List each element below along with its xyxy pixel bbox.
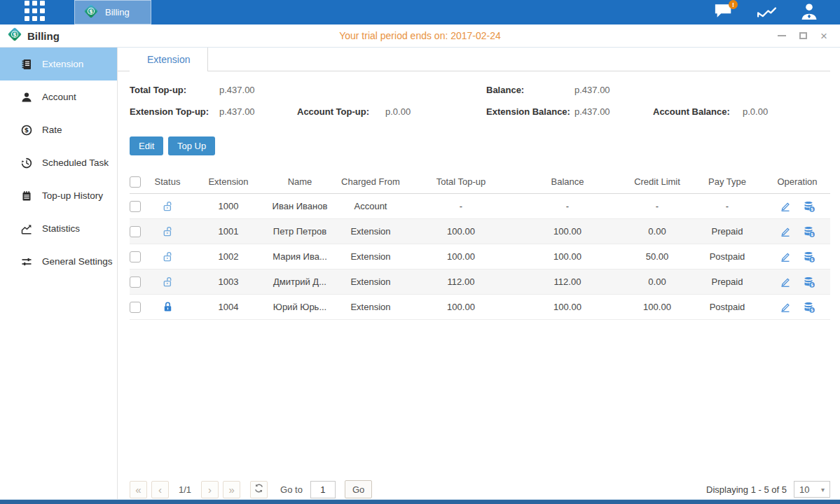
tab-extension[interactable]: Extension	[130, 48, 208, 71]
sidebar-item-account[interactable]: Account	[0, 80, 117, 113]
sidebar-item-statistics[interactable]: Statistics	[0, 212, 117, 245]
svg-text:$: $	[811, 258, 813, 262]
displaying-text: Displaying 1 - 5 of 5	[706, 484, 787, 495]
table-row: 1004Юрий Юрь...Extension100.00100.00100.…	[130, 295, 830, 320]
cell-extension: 1002	[187, 251, 270, 262]
apps-grid-icon	[25, 1, 45, 24]
cell-credit-limit: 100.00	[624, 302, 690, 312]
table-header: StatusExtensionNameCharged FromTotal Top…	[130, 170, 830, 194]
sidebar-item-label: Account	[42, 92, 76, 102]
cell-pay-type: Prepaid	[690, 226, 764, 237]
sidebar-item-extension[interactable]: Extension	[0, 48, 117, 80]
topup-row-button[interactable]: $	[803, 301, 815, 314]
edit-row-button[interactable]	[779, 225, 792, 238]
account-topup-label: Account Top-up:	[297, 106, 369, 117]
window-titlebar: $ Billing Your trial period ends on: 201…	[0, 24, 840, 48]
apps-grid-button[interactable]	[25, 1, 45, 24]
notepad-icon	[21, 190, 33, 202]
status-locked-icon	[148, 301, 187, 313]
window-bottom-edge	[0, 499, 840, 504]
column-header-operation: Operation	[764, 176, 830, 187]
pagination-right: Displaying 1 - 5 of 5 10 ▾	[706, 481, 830, 498]
goto-page-input[interactable]	[310, 481, 336, 498]
minimize-icon	[778, 35, 786, 36]
svg-text:$: $	[25, 127, 29, 134]
window-controls: ×	[776, 29, 830, 42]
cell-extension: 1001	[187, 226, 270, 237]
table-row: 1003Дмитрий Д...Extension112.00112.000.0…	[130, 270, 830, 295]
table-row: 1002Мария Ива...Extension100.00100.0050.…	[130, 244, 830, 270]
table-body: 1000Иван ИвановAccount----$1001Петр Петр…	[130, 194, 830, 320]
sidebar-item-general-settings[interactable]: General Settings	[0, 245, 117, 278]
checkbox-cell	[130, 226, 148, 237]
cell-pay-type: Postpaid	[690, 251, 764, 262]
edit-button[interactable]: Edit	[130, 136, 163, 155]
cell-name: Иван Иванов	[270, 201, 330, 211]
sidebar-item-rate[interactable]: $Rate	[0, 113, 117, 146]
goto-label: Go to	[280, 484, 303, 495]
next-page-button[interactable]: ›	[201, 481, 219, 498]
taskbar-tab-billing[interactable]: $ Billing	[74, 0, 151, 24]
extension-topup-label: Extension Top-up:	[130, 106, 209, 117]
resource-monitor-button[interactable]	[755, 3, 778, 22]
notifications-button[interactable]: !	[712, 3, 736, 22]
topup-row-button[interactable]: $	[803, 200, 815, 213]
row-checkbox[interactable]	[130, 251, 141, 262]
row-checkbox[interactable]	[130, 201, 141, 212]
row-checkbox[interactable]	[130, 302, 141, 313]
select-all-checkbox[interactable]	[130, 176, 141, 188]
cell-balance: 100.00	[511, 251, 624, 262]
sidebar-item-scheduled-task[interactable]: Scheduled Task	[0, 146, 117, 179]
sidebar: ExtensionAccount$RateScheduled TaskTop-u…	[0, 48, 118, 500]
account-balance-label: Account Balance:	[653, 106, 730, 117]
prev-page-button[interactable]: ‹	[151, 481, 169, 498]
close-button[interactable]: ×	[818, 29, 830, 42]
first-page-button[interactable]: «	[130, 481, 147, 498]
notification-badge: !	[729, 0, 738, 9]
taskbar-tab-label: Billing	[105, 7, 130, 18]
page-size-value: 10	[799, 484, 809, 495]
maximize-button[interactable]	[797, 29, 809, 42]
user-icon	[21, 92, 33, 103]
edit-row-button[interactable]	[779, 301, 792, 314]
billing-app-icon: $	[83, 4, 99, 21]
minimize-button[interactable]	[776, 29, 788, 42]
line-chart-icon	[757, 4, 777, 21]
cell-balance: 100.00	[511, 302, 624, 312]
row-checkbox[interactable]	[130, 226, 141, 237]
sidebar-item-label: Scheduled Task	[42, 158, 109, 168]
cell-total-topup: 100.00	[411, 251, 511, 262]
go-button[interactable]: Go	[345, 480, 372, 498]
refresh-button[interactable]	[250, 481, 268, 498]
desktop-topbar: $ Billing !	[0, 0, 840, 24]
sidebar-item-label: Top-up History	[42, 190, 103, 201]
edit-row-button[interactable]	[779, 276, 792, 288]
page-size-select[interactable]: 10 ▾	[794, 481, 830, 498]
edit-row-button[interactable]	[779, 200, 792, 213]
checkbox-cell	[130, 251, 148, 262]
extensions-table: StatusExtensionNameCharged FromTotal Top…	[130, 170, 830, 320]
topup-row-button[interactable]: $	[803, 251, 815, 263]
cell-operation: $	[764, 251, 830, 263]
close-icon: ×	[820, 30, 827, 42]
column-header-balance: Balance	[511, 176, 624, 187]
last-page-button[interactable]: »	[223, 481, 240, 498]
extension-balance-label: Extension Balance:	[486, 106, 570, 117]
topup-row-button[interactable]: $	[803, 276, 815, 288]
row-checkbox[interactable]	[130, 276, 141, 288]
sidebar-item-top-up-history[interactable]: Top-up History	[0, 179, 117, 212]
checkbox-cell	[130, 176, 148, 188]
checkbox-cell	[130, 201, 148, 212]
svg-text:$: $	[811, 232, 813, 237]
user-menu-button[interactable]	[797, 3, 821, 22]
topup-row-button[interactable]: $	[803, 225, 815, 238]
svg-text:$: $	[13, 31, 16, 38]
checkbox-cell	[130, 302, 148, 313]
svg-text:$: $	[89, 8, 92, 15]
column-header-extension: Extension	[187, 176, 270, 187]
svg-text:$: $	[811, 283, 813, 287]
edit-row-button[interactable]	[779, 251, 792, 263]
table-row: 1001Петр ПетровExtension100.00100.000.00…	[130, 219, 830, 244]
topup-button[interactable]: Top Up	[168, 136, 215, 155]
cell-name: Петр Петров	[270, 226, 330, 237]
